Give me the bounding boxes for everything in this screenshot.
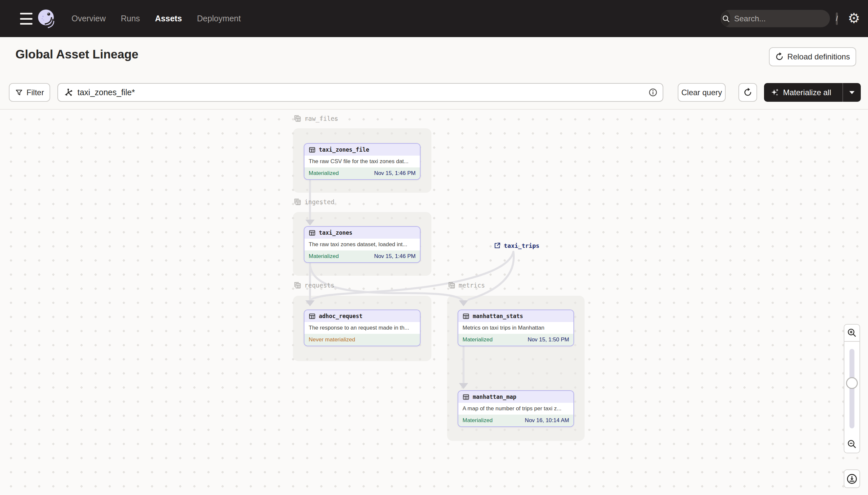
page-title: Global Asset Lineage bbox=[15, 48, 138, 62]
filter-button-label: Filter bbox=[26, 88, 44, 97]
asset-name: taxi_zones_file bbox=[319, 147, 369, 153]
group-label-requests[interactable]: requests bbox=[294, 281, 335, 289]
download-image-button[interactable] bbox=[844, 470, 860, 488]
zoom-in-icon bbox=[847, 328, 857, 338]
nav-tab-deployment[interactable]: Deployment bbox=[197, 14, 241, 23]
asset-description: The response to an request made in th... bbox=[304, 322, 420, 334]
download-icon bbox=[846, 473, 857, 484]
asset-name: manhattan_map bbox=[473, 394, 516, 400]
zoom-out-button[interactable] bbox=[844, 436, 860, 453]
table-icon bbox=[463, 313, 470, 320]
lineage-toolbar: Filter Clear query bbox=[0, 76, 868, 109]
asset-timestamp: Nov 15, 1:50 PM bbox=[528, 337, 569, 343]
refresh-button[interactable] bbox=[739, 83, 757, 102]
search-shortcut-badge: / bbox=[836, 13, 838, 25]
clear-query-button[interactable]: Clear query bbox=[678, 83, 726, 102]
lineage-edges bbox=[0, 110, 868, 495]
asset-timestamp: Nov 16, 10:14 AM bbox=[525, 417, 569, 424]
reload-definitions-label: Reload definitions bbox=[787, 52, 850, 62]
asset-status: Materialized bbox=[463, 417, 493, 424]
reload-definitions-button[interactable]: Reload definitions bbox=[769, 47, 856, 66]
lineage-canvas[interactable]: raw_files ingested requests metrics taxi… bbox=[0, 110, 868, 495]
settings-gear-icon[interactable]: ⚙ bbox=[846, 11, 862, 26]
group-table-icon bbox=[448, 281, 456, 289]
table-icon bbox=[309, 313, 316, 320]
zoom-slider bbox=[844, 342, 860, 436]
query-info-icon[interactable] bbox=[649, 88, 657, 97]
asset-status: Never materialized bbox=[309, 337, 355, 343]
page-header: Global Asset Lineage Reload definitions bbox=[0, 37, 868, 76]
asset-node-manhattan-map[interactable]: manhattan_map A map of the number of tri… bbox=[458, 390, 574, 427]
graph-query-icon bbox=[64, 88, 73, 97]
group-table-icon bbox=[294, 198, 301, 206]
asset-timestamp: Nov 15, 1:46 PM bbox=[374, 253, 415, 260]
filter-funnel-icon bbox=[15, 89, 23, 97]
zoom-controls bbox=[844, 324, 860, 453]
nav-tab-overview[interactable]: Overview bbox=[72, 14, 106, 23]
materialize-all-main[interactable]: Materialize all bbox=[764, 88, 843, 97]
hamburger-menu-icon[interactable] bbox=[20, 13, 33, 24]
table-icon bbox=[309, 147, 316, 153]
search-input[interactable] bbox=[730, 14, 836, 23]
asset-description: The raw taxi zones dataset, loaded int..… bbox=[304, 239, 420, 251]
group-label-raw-files[interactable]: raw_files bbox=[294, 115, 338, 122]
asset-status: Materialized bbox=[463, 337, 493, 343]
materialize-all-button[interactable]: Materialize all bbox=[764, 83, 861, 102]
zoom-in-button[interactable] bbox=[844, 324, 860, 342]
filter-button[interactable]: Filter bbox=[9, 83, 50, 102]
asset-node-taxi-zones-file[interactable]: taxi_zones_file The raw CSV file for the… bbox=[304, 143, 421, 180]
zoom-out-icon bbox=[847, 439, 857, 449]
sparkle-icon bbox=[770, 88, 779, 97]
global-search[interactable]: / bbox=[721, 10, 830, 27]
top-nav-bar: Overview Runs Assets Deployment / ⚙ bbox=[0, 0, 868, 37]
dagster-logo[interactable] bbox=[36, 8, 56, 28]
group-label-metrics[interactable]: metrics bbox=[448, 281, 485, 289]
asset-description: The raw CSV file for the taxi zones dat.… bbox=[304, 156, 420, 167]
external-link-icon bbox=[494, 242, 501, 249]
search-icon bbox=[722, 11, 730, 26]
table-icon bbox=[463, 394, 470, 400]
asset-query-field bbox=[57, 83, 663, 102]
asset-node-adhoc-request[interactable]: adhoc_request The response to an request… bbox=[304, 309, 421, 346]
refresh-icon bbox=[743, 88, 752, 97]
clear-query-label: Clear query bbox=[681, 88, 722, 97]
nav-tab-assets[interactable]: Assets bbox=[155, 14, 182, 23]
group-table-icon bbox=[294, 115, 301, 122]
asset-node-manhattan-stats[interactable]: manhattan_stats Metrics on taxi trips in… bbox=[458, 309, 574, 346]
asset-description: Metrics on taxi trips in Manhattan bbox=[458, 322, 573, 334]
asset-timestamp: Nov 15, 1:46 PM bbox=[374, 170, 415, 176]
external-asset-taxi-trips[interactable]: taxi_trips bbox=[494, 242, 539, 249]
asset-status: Materialized bbox=[309, 170, 339, 176]
chevron-down-icon bbox=[849, 90, 855, 95]
zoom-slider-thumb[interactable] bbox=[846, 377, 858, 389]
asset-name: taxi_zones bbox=[319, 229, 352, 236]
nav-tabs: Overview Runs Assets Deployment bbox=[72, 0, 241, 37]
asset-status: Materialized bbox=[309, 253, 339, 260]
reload-icon bbox=[775, 52, 784, 61]
nav-tab-runs[interactable]: Runs bbox=[121, 14, 140, 23]
asset-name: adhoc_request bbox=[319, 313, 362, 319]
asset-node-taxi-zones[interactable]: taxi_zones The raw taxi zones dataset, l… bbox=[304, 226, 421, 263]
asset-query-input[interactable] bbox=[73, 88, 649, 97]
materialize-dropdown-button[interactable] bbox=[843, 90, 861, 95]
asset-description: A map of the number of trips per taxi z.… bbox=[458, 403, 573, 414]
group-label-ingested[interactable]: ingested bbox=[294, 198, 335, 206]
materialize-all-label: Materialize all bbox=[783, 88, 831, 97]
table-icon bbox=[309, 229, 316, 236]
asset-name: manhattan_stats bbox=[473, 313, 523, 319]
group-table-icon bbox=[294, 281, 301, 289]
